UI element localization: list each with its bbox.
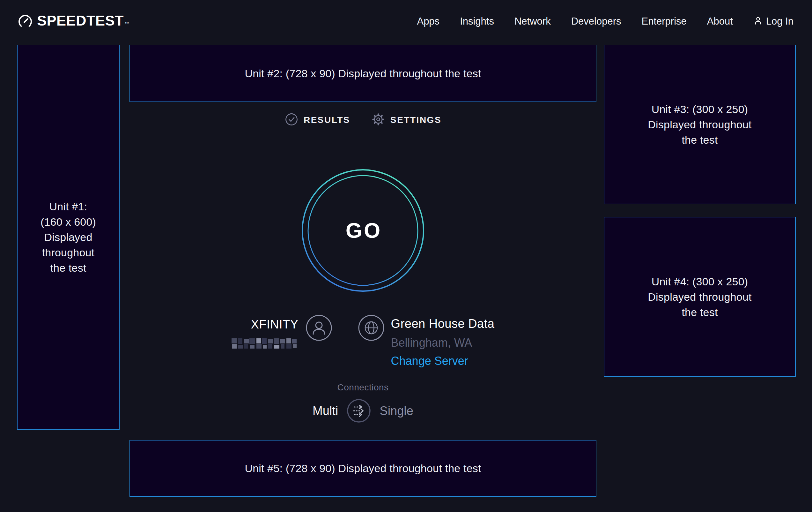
header: SPEEDTEST™ Apps Insights Network Develop… [0, 0, 812, 43]
ad-unit-1: Unit #1: (160 x 600) Displayed throughou… [17, 45, 120, 430]
ad-unit-1-label: Unit #1: (160 x 600) Displayed throughou… [40, 199, 96, 275]
ad-unit-5-label: Unit #5: (728 x 90) Displayed throughout… [244, 461, 481, 476]
nav-item-apps[interactable]: Apps [417, 16, 439, 27]
person-icon [753, 16, 763, 27]
redacted-ip-blur [232, 336, 298, 352]
connections-section: Connections [129, 382, 597, 393]
brand-name: SPEEDTEST [37, 12, 124, 29]
change-server-link[interactable]: Change Server [391, 354, 468, 368]
connection-info-row: XFINITY [129, 315, 597, 368]
multi-connection-arrows-icon [346, 398, 371, 423]
connections-toggle[interactable] [346, 398, 371, 423]
speedtest-page: SPEEDTEST™ Apps Insights Network Develop… [0, 0, 812, 512]
tab-settings[interactable]: SETTINGS [371, 112, 441, 128]
nav-item-about[interactable]: About [707, 16, 733, 27]
connections-label: Connections [337, 382, 388, 393]
tab-results-label: RESULTS [303, 115, 350, 125]
tab-results[interactable]: RESULTS [285, 112, 350, 128]
view-tabs: RESULTS [129, 112, 597, 128]
isp-name: XFINITY [251, 318, 298, 331]
go-button[interactable]: GO [299, 167, 427, 294]
globe-icon [358, 315, 385, 343]
connections-toggle-row: Multi Single [129, 398, 597, 423]
login-button[interactable]: Log In [753, 16, 793, 27]
ad-unit-4: Unit #4: (300 x 250) Displayed throughou… [604, 217, 796, 377]
server-location: Bellingham, WA [391, 336, 472, 350]
ad-unit-4-label: Unit #4: (300 x 250) Displayed throughou… [648, 274, 751, 320]
nav-item-network[interactable]: Network [515, 16, 551, 27]
server-name: Green House Data [391, 317, 495, 331]
go-button-label: GO [299, 167, 427, 294]
nav-item-enterprise[interactable]: Enterprise [641, 16, 686, 27]
check-circle-icon [285, 112, 298, 128]
client-info: XFINITY [232, 315, 332, 352]
server-info: Green House Data Bellingham, WA Change S… [358, 315, 495, 368]
speedtest-gauge-icon [18, 12, 32, 30]
nav-item-insights[interactable]: Insights [460, 16, 494, 27]
user-icon [306, 315, 332, 343]
connections-option-single[interactable]: Single [379, 404, 413, 418]
ad-unit-3: Unit #3: (300 x 250) Displayed throughou… [604, 45, 796, 204]
ad-unit-2: Unit #2: (728 x 90) Displayed throughout… [129, 45, 597, 102]
connections-option-multi[interactable]: Multi [313, 404, 338, 418]
speedtest-logo[interactable]: SPEEDTEST™ [18, 12, 128, 30]
main-nav: Apps Insights Network Developers Enterpr… [417, 16, 793, 27]
login-label: Log In [766, 16, 793, 27]
gear-icon [371, 112, 385, 128]
trademark-mark: ™ [124, 21, 129, 26]
ad-unit-2-label: Unit #2: (728 x 90) Displayed throughout… [244, 66, 481, 81]
nav-item-developers[interactable]: Developers [571, 16, 621, 27]
ad-unit-3-label: Unit #3: (300 x 250) Displayed throughou… [648, 102, 751, 147]
tab-settings-label: SETTINGS [390, 115, 441, 125]
ad-unit-5: Unit #5: (728 x 90) Displayed throughout… [129, 440, 597, 497]
